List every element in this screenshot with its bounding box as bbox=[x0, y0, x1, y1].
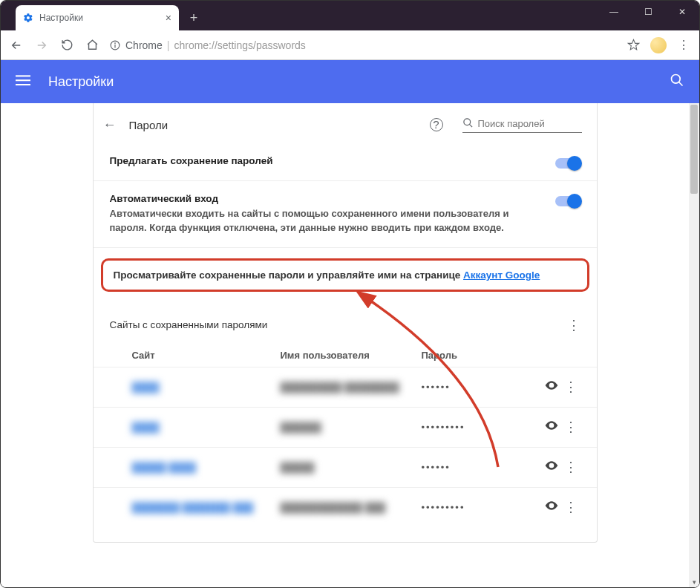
offer-save-label: Предлагать сохранение паролей bbox=[110, 155, 540, 166]
browser-tab[interactable]: Настройки × bbox=[16, 5, 179, 30]
password-rows: █████████████ ████████••••••⋮██████████•… bbox=[94, 367, 597, 527]
auto-signin-row: Автоматический вход Автоматически входит… bbox=[94, 181, 597, 248]
settings-header: Настройки bbox=[1, 60, 699, 103]
site-cell[interactable]: █████ ████ bbox=[132, 462, 197, 473]
password-row: ███████ ███████ ███████████████ ███•••••… bbox=[94, 487, 597, 527]
close-window-button[interactable]: ✕ bbox=[665, 1, 699, 23]
header-search-icon[interactable] bbox=[670, 73, 684, 91]
col-site: Сайт bbox=[132, 350, 281, 361]
vertical-scrollbar[interactable]: ▴ ▾ bbox=[689, 103, 699, 587]
browser-window: Настройки × + — ☐ ✕ Chrome | chro bbox=[0, 0, 700, 588]
maximize-button[interactable]: ☐ bbox=[631, 1, 665, 23]
scroll-down-icon[interactable]: ▾ bbox=[689, 577, 699, 587]
browser-toolbar: Chrome | chrome://settings/passwords ⋮ bbox=[1, 30, 699, 60]
password-row: ██████████•••••••••⋮ bbox=[94, 407, 597, 447]
auto-signin-toggle[interactable] bbox=[555, 196, 580, 206]
password-search[interactable] bbox=[462, 117, 582, 133]
svg-rect-5 bbox=[16, 84, 30, 85]
col-pass: Пароль bbox=[422, 350, 580, 361]
reload-button[interactable] bbox=[59, 37, 75, 53]
saved-list-more-icon[interactable]: ⋮ bbox=[567, 317, 580, 333]
google-account-hint: Просматривайте сохраненные пароли и упра… bbox=[101, 258, 589, 292]
browser-menu-icon[interactable]: ⋮ bbox=[676, 37, 692, 53]
scroll-thumb[interactable] bbox=[690, 105, 698, 194]
profile-avatar[interactable] bbox=[650, 37, 667, 53]
svg-point-9 bbox=[550, 424, 552, 426]
back-button[interactable] bbox=[8, 37, 24, 53]
saved-list-title: Сайты с сохраненными паролями bbox=[110, 319, 268, 330]
tab-title: Настройки bbox=[39, 13, 83, 23]
password-cell: •••••• bbox=[422, 462, 542, 473]
url-scheme: Chrome bbox=[125, 39, 163, 51]
window-controls: — ☐ ✕ bbox=[597, 1, 699, 23]
reveal-password-icon[interactable] bbox=[542, 458, 561, 477]
titlebar: Настройки × + — ☐ ✕ bbox=[1, 1, 699, 30]
hamburger-menu-icon[interactable] bbox=[16, 73, 30, 91]
auto-signin-desc: Автоматически входить на сайты с помощью… bbox=[110, 207, 540, 235]
reveal-password-icon[interactable] bbox=[542, 498, 561, 517]
user-cell: █████████ ████████ bbox=[281, 382, 399, 393]
address-bar[interactable]: Chrome | chrome://settings/passwords bbox=[109, 37, 641, 53]
gear-icon bbox=[23, 13, 33, 23]
saved-list-header: Сайты с сохраненными паролями ⋮ bbox=[94, 299, 597, 339]
user-cell: ██████ bbox=[281, 422, 321, 433]
user-cell: ████████████ ███ bbox=[281, 502, 386, 513]
settings-title: Настройки bbox=[48, 74, 114, 90]
help-icon[interactable]: ? bbox=[430, 118, 443, 131]
scroll-area: ← Пароли ? Предлагать сохранение паролей bbox=[1, 103, 689, 587]
card-header: ← Пароли ? bbox=[94, 103, 597, 143]
reveal-password-icon[interactable] bbox=[542, 418, 561, 437]
url-text: chrome://settings/passwords bbox=[174, 39, 305, 51]
reveal-password-icon[interactable] bbox=[542, 378, 561, 396]
forward-button[interactable] bbox=[33, 37, 50, 53]
card-title: Пароли bbox=[129, 119, 169, 131]
user-cell: █████ bbox=[281, 462, 315, 473]
close-tab-icon[interactable]: × bbox=[166, 12, 171, 24]
site-cell[interactable]: ███████ ███████ ███ bbox=[132, 502, 254, 513]
password-row: █████████████ ████████••••••⋮ bbox=[94, 367, 597, 407]
svg-rect-4 bbox=[16, 79, 30, 81]
svg-point-1 bbox=[114, 42, 116, 44]
svg-point-6 bbox=[672, 74, 681, 83]
svg-point-10 bbox=[550, 464, 552, 466]
site-info-icon[interactable] bbox=[109, 37, 121, 53]
row-more-icon[interactable]: ⋮ bbox=[561, 499, 580, 515]
row-more-icon[interactable]: ⋮ bbox=[561, 419, 580, 435]
new-tab-button[interactable]: + bbox=[183, 7, 204, 28]
site-cell[interactable]: ████ bbox=[132, 382, 160, 393]
url-separator: | bbox=[167, 39, 170, 51]
svg-point-8 bbox=[550, 384, 552, 386]
column-headers: Сайт Имя пользователя Пароль bbox=[94, 339, 597, 367]
home-button[interactable] bbox=[84, 37, 100, 53]
col-user: Имя пользователя bbox=[281, 350, 422, 361]
content-viewport: ← Пароли ? Предлагать сохранение паролей bbox=[1, 103, 699, 587]
row-more-icon[interactable]: ⋮ bbox=[561, 459, 580, 475]
password-search-input[interactable] bbox=[478, 117, 582, 131]
offer-save-row: Предлагать сохранение паролей bbox=[94, 143, 597, 181]
site-cell[interactable]: ████ bbox=[132, 422, 160, 433]
offer-save-toggle[interactable] bbox=[555, 158, 580, 169]
passwords-card: ← Пароли ? Предлагать сохранение паролей bbox=[93, 103, 598, 543]
svg-rect-3 bbox=[16, 75, 30, 76]
search-icon bbox=[462, 117, 474, 131]
password-row: █████ █████████••••••⋮ bbox=[94, 447, 597, 487]
bookmark-star-icon[interactable] bbox=[625, 37, 641, 53]
svg-point-11 bbox=[550, 504, 552, 506]
svg-rect-2 bbox=[114, 44, 115, 48]
google-account-hint-text: Просматривайте сохраненные пароли и упра… bbox=[114, 270, 464, 281]
password-cell: ••••••••• bbox=[422, 422, 542, 433]
auto-signin-label: Автоматический вход bbox=[110, 193, 540, 204]
row-more-icon[interactable]: ⋮ bbox=[561, 379, 580, 395]
google-account-link[interactable]: Аккаунт Google bbox=[463, 270, 540, 281]
minimize-button[interactable]: — bbox=[597, 1, 631, 23]
svg-point-7 bbox=[463, 118, 470, 125]
back-arrow-icon[interactable]: ← bbox=[99, 117, 120, 133]
password-cell: ••••••••• bbox=[422, 502, 542, 513]
password-cell: •••••• bbox=[422, 382, 542, 393]
